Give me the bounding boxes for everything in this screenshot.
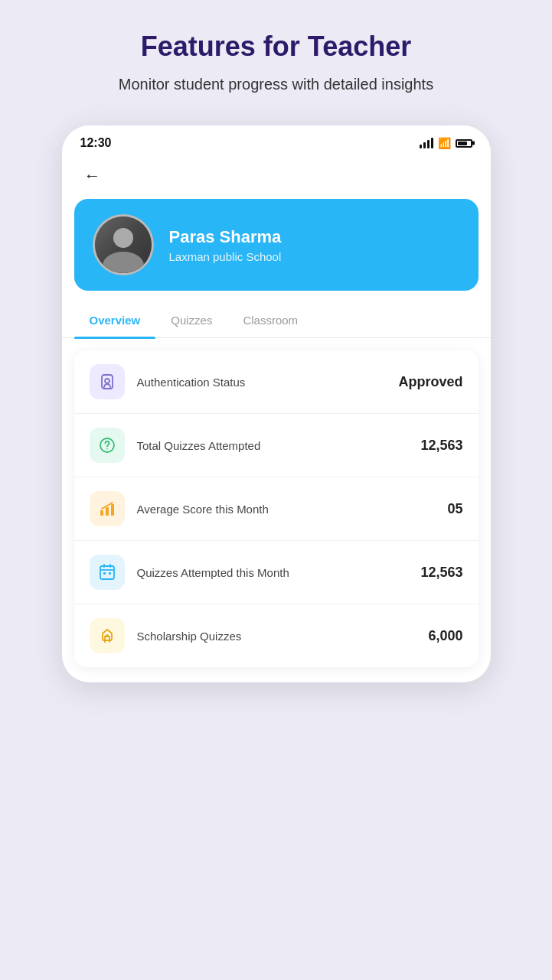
status-time: 12:30 bbox=[80, 136, 112, 150]
monthly-quiz-icon-wrap bbox=[90, 555, 125, 590]
stat-row-total-quizzes: Total Quizzes Attempted 12,563 bbox=[74, 414, 479, 477]
stats-card: Authentication Status Approved Total Qui… bbox=[74, 350, 479, 667]
stat-row-average-score: Average Score this Month 05 bbox=[74, 477, 479, 541]
authentication-icon bbox=[98, 373, 116, 391]
avatar-image bbox=[95, 214, 152, 275]
monthly-quizzes-label: Quizzes Attempted this Month bbox=[137, 565, 409, 581]
svg-rect-8 bbox=[103, 572, 106, 575]
svg-rect-9 bbox=[109, 572, 111, 575]
nav-bar: ← bbox=[62, 156, 491, 199]
avatar bbox=[93, 214, 154, 275]
profile-name: Paras Sharma bbox=[169, 227, 460, 247]
scholarship-icon-wrap bbox=[90, 618, 125, 653]
authentication-label: Authentication Status bbox=[137, 374, 387, 390]
total-quizzes-label: Total Quizzes Attempted bbox=[137, 438, 409, 454]
quiz-icon-wrap bbox=[90, 428, 125, 463]
score-icon-wrap bbox=[90, 491, 125, 526]
page-subtitle: Monitor student progress with detailed i… bbox=[119, 73, 433, 95]
page-title: Features for Teacher bbox=[141, 31, 411, 63]
profile-school: Laxman public School bbox=[169, 250, 460, 263]
score-icon bbox=[98, 500, 116, 518]
phone-frame: 12:30 📶 ← Paras Sharma Laxman public Sch… bbox=[62, 125, 491, 682]
tab-overview[interactable]: Overview bbox=[74, 303, 156, 337]
status-icons: 📶 bbox=[420, 137, 472, 149]
svg-point-10 bbox=[106, 634, 109, 637]
stat-row-authentication: Authentication Status Approved bbox=[74, 350, 479, 414]
authentication-icon-wrap bbox=[90, 364, 125, 399]
svg-rect-5 bbox=[106, 507, 109, 516]
scholarship-icon bbox=[98, 627, 116, 645]
svg-point-1 bbox=[105, 379, 109, 383]
quiz-icon bbox=[98, 436, 116, 454]
scholarship-label: Scholarship Quizzes bbox=[137, 628, 416, 644]
average-score-value: 05 bbox=[447, 501, 462, 517]
svg-rect-7 bbox=[100, 566, 114, 579]
status-bar: 12:30 📶 bbox=[62, 125, 491, 156]
battery-icon bbox=[456, 139, 472, 148]
stat-row-monthly-quizzes: Quizzes Attempted this Month 12,563 bbox=[74, 541, 479, 604]
back-arrow-icon: ← bbox=[84, 168, 101, 184]
authentication-value: Approved bbox=[398, 374, 462, 390]
scholarship-value: 6,000 bbox=[428, 628, 462, 644]
monthly-quiz-icon bbox=[98, 563, 116, 581]
svg-rect-4 bbox=[100, 510, 103, 516]
monthly-quizzes-value: 12,563 bbox=[420, 565, 462, 581]
svg-point-3 bbox=[106, 448, 108, 450]
back-button[interactable]: ← bbox=[80, 164, 105, 188]
tab-quizzes[interactable]: Quizzes bbox=[155, 303, 227, 337]
profile-card: Paras Sharma Laxman public School bbox=[74, 199, 479, 291]
tab-classroom[interactable]: Classroom bbox=[227, 303, 313, 337]
svg-rect-0 bbox=[102, 375, 113, 389]
tabs-row: Overview Quizzes Classroom bbox=[62, 303, 491, 338]
svg-rect-6 bbox=[111, 504, 114, 516]
profile-info: Paras Sharma Laxman public School bbox=[169, 227, 460, 263]
signal-icon bbox=[420, 138, 433, 148]
total-quizzes-value: 12,563 bbox=[420, 438, 462, 454]
wifi-icon: 📶 bbox=[438, 137, 451, 149]
average-score-label: Average Score this Month bbox=[137, 501, 436, 517]
stat-row-scholarship: Scholarship Quizzes 6,000 bbox=[74, 604, 479, 667]
